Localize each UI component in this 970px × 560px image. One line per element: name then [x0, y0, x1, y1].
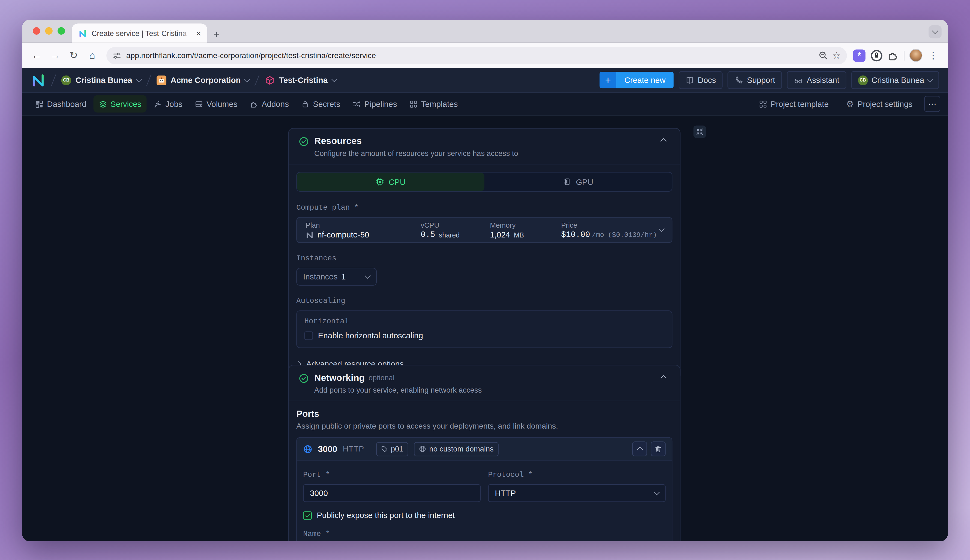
delete-port-button[interactable] — [651, 442, 666, 456]
support-button[interactable]: Support — [728, 71, 782, 89]
extension-app-icon[interactable]: * — [853, 49, 865, 61]
assistant-button[interactable]: Assistant — [787, 71, 846, 89]
compute-plan-label: Compute plan * — [296, 203, 673, 212]
close-window-button[interactable] — [33, 27, 40, 35]
project-subnav: Dashboard Services Jobs Volumes — [22, 93, 948, 116]
port-input[interactable]: 3000 — [303, 484, 481, 502]
account-avatar: CB — [858, 75, 868, 85]
address-bar[interactable]: app.northflank.com/t/acme-corporation/pr… — [106, 47, 847, 64]
chevron-down-icon[interactable] — [135, 76, 142, 82]
project-template-button[interactable]: Project template — [753, 95, 834, 113]
collapse-port-button[interactable] — [632, 442, 647, 456]
vcpu-column-label: vCPU — [421, 222, 490, 229]
page-content: Resources Configure the amount of resour… — [22, 116, 948, 541]
breadcrumb-org-label: Acme Corporation — [170, 75, 240, 85]
networking-header[interactable]: Networking optional Add ports to your se… — [289, 365, 680, 401]
create-new-button[interactable]: + Create new — [599, 72, 673, 88]
disk-icon — [195, 100, 203, 108]
back-icon[interactable]: ← — [28, 47, 45, 63]
tab-title: Create service | Test-Cristina — [92, 28, 190, 37]
subnav-actions: Project template ⚙ Project settings ⋯ — [753, 95, 940, 113]
chevron-up-icon[interactable] — [660, 138, 666, 144]
networking-title: Networking — [314, 373, 365, 383]
subnav-item-templates[interactable]: Templates — [404, 95, 463, 113]
tab-gpu[interactable]: GPU — [484, 173, 672, 191]
new-tab-button[interactable]: + — [213, 29, 220, 40]
home-icon[interactable]: ⌂ — [84, 47, 100, 63]
forward-icon[interactable]: → — [47, 47, 63, 63]
subnav-item-services[interactable]: Services — [93, 95, 147, 113]
chevron-down-icon — [365, 273, 371, 278]
northflank-logo-icon[interactable] — [31, 74, 45, 86]
port-name-badge[interactable]: p01 — [376, 442, 408, 456]
breadcrumb-divider — [254, 74, 260, 86]
site-settings-icon[interactable] — [113, 51, 121, 60]
chevron-down-icon[interactable] — [331, 76, 337, 82]
protocol-select[interactable]: HTTP — [488, 484, 666, 502]
compute-plan-select[interactable]: Plan nf-compute-50 vCPU 0.5shared — [296, 217, 673, 243]
tab-close-icon[interactable]: × — [195, 28, 202, 37]
plus-icon: + — [599, 72, 616, 88]
chevron-down-icon[interactable] — [244, 76, 250, 82]
dashboard-grid-icon — [35, 100, 43, 108]
breadcrumb-project[interactable]: Test-Cristina — [265, 75, 336, 85]
runner-icon — [154, 100, 162, 108]
horizontal-autoscaling-checkbox-label[interactable]: Enable horizontal autoscaling — [318, 331, 423, 340]
browser-tab[interactable]: Create service | Test-Cristina × — [72, 23, 207, 43]
reload-icon[interactable]: ↻ — [65, 47, 82, 63]
resources-title: Resources — [314, 136, 362, 146]
globe-icon — [419, 445, 426, 453]
instances-value: 1 — [341, 272, 346, 282]
subnav-item-volumes[interactable]: Volumes — [189, 95, 243, 113]
protocol-field-label: Protocol * — [488, 470, 533, 479]
plan-column-label: Plan — [306, 222, 421, 229]
expose-port-checkbox-label[interactable]: Publicly expose this port to the interne… — [317, 511, 455, 520]
autoscaling-box: Horizontal Enable horizontal autoscaling — [296, 310, 673, 348]
port-summary-row[interactable]: 3000 HTTP p01 — [297, 438, 672, 461]
tab-cpu[interactable]: CPU — [297, 173, 484, 191]
chevron-up-icon[interactable] — [660, 375, 666, 381]
browser-menu-icon[interactable]: ⋮ — [925, 50, 942, 61]
browser-profile-avatar[interactable] — [910, 49, 923, 62]
onepassword-icon[interactable] — [870, 49, 883, 61]
account-menu-button[interactable]: CB Cristina Bunea — [851, 71, 939, 89]
horizontal-label: Horizontal — [304, 317, 664, 326]
custom-domains-badge[interactable]: no custom domains — [414, 442, 499, 456]
project-settings-button[interactable]: ⚙ Project settings — [840, 95, 918, 113]
subnav-item-pipelines[interactable]: Pipelines — [347, 95, 402, 113]
plan-northflank-icon — [306, 231, 314, 238]
phone-icon — [735, 76, 743, 85]
check-circle-icon — [299, 373, 309, 383]
memory-unit: MB — [514, 231, 524, 238]
subnav-item-secrets[interactable]: Secrets — [296, 95, 346, 113]
maximize-window-button[interactable] — [58, 27, 65, 35]
collapse-all-icon[interactable] — [693, 125, 706, 138]
price-column-label: Price — [561, 222, 672, 229]
expose-port-checkbox[interactable] — [303, 511, 312, 520]
browser-tabstrip: Create service | Test-Cristina × + — [22, 20, 948, 43]
user-avatar: CB — [62, 75, 71, 85]
minimize-window-button[interactable] — [45, 27, 53, 35]
resources-header[interactable]: Resources Configure the amount of resour… — [289, 129, 680, 165]
breadcrumb-user-label: Cristina Bunea — [75, 75, 132, 85]
breadcrumb-org[interactable]: Acme Corporation — [156, 75, 249, 85]
subnav-item-dashboard[interactable]: Dashboard — [30, 95, 92, 113]
optional-badge: optional — [369, 373, 394, 382]
instances-dropdown[interactable]: Instances 1 — [296, 268, 377, 286]
ports-title: Ports — [296, 409, 673, 418]
breadcrumb-user[interactable]: CB Cristina Bunea — [62, 75, 141, 85]
url-text[interactable]: app.northflank.com/t/acme-corporation/pr… — [126, 51, 813, 60]
subnav-item-addons[interactable]: Addons — [244, 95, 294, 113]
price-value: $10.00 — [561, 230, 590, 239]
horizontal-autoscaling-checkbox[interactable] — [304, 331, 313, 340]
bookmark-star-icon[interactable]: ☆ — [833, 50, 841, 61]
networking-subtitle: Add ports to your service, enabling netw… — [314, 386, 656, 395]
template-nodes-icon — [759, 100, 767, 108]
navbar-actions: + Create new Docs Support — [599, 71, 939, 89]
extensions-puzzle-icon[interactable] — [888, 50, 899, 61]
tab-search-chevron-icon[interactable] — [928, 25, 942, 38]
zoom-out-icon[interactable] — [818, 51, 827, 60]
subnav-item-jobs[interactable]: Jobs — [148, 95, 188, 113]
docs-button[interactable]: Docs — [678, 71, 723, 89]
more-options-button[interactable]: ⋯ — [924, 96, 940, 112]
